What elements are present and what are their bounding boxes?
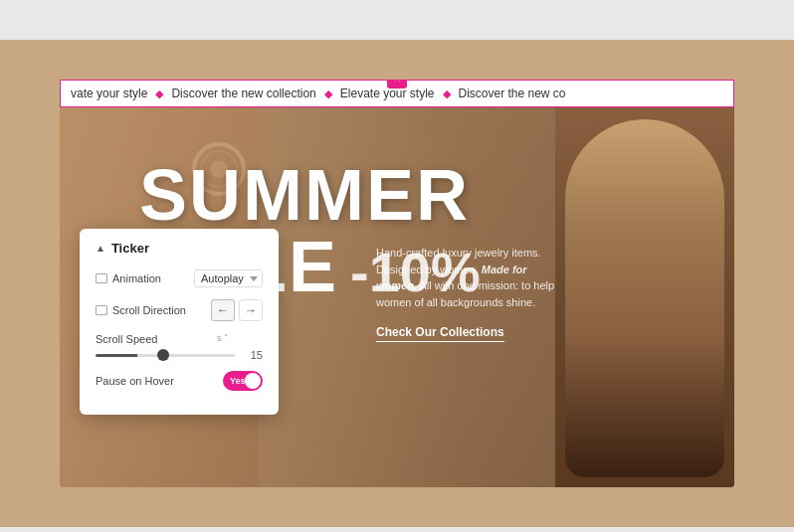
toggle-yes-label: Yes [230,376,246,386]
scroll-direction-label: Scroll Direction [96,304,186,316]
toggle-switch[interactable]: Yes [223,371,263,391]
animation-row: Animation Autoplay Manual None [96,269,263,287]
ticker-text-3: Elevate your style [340,87,435,100]
scroll-speed-label-row: Scroll Speed s ˅ [96,333,263,345]
check-collections-button[interactable]: Check Our Collections [376,325,504,342]
hero-description: Hand-crafted luxury jewelry items. Desig… [376,245,555,310]
toggle-slider: Yes [223,371,263,391]
scroll-right-button[interactable]: → [239,299,263,321]
direction-buttons: ← → [211,299,263,321]
speed-unit: s ˅ [217,333,229,343]
ticker-text-1: vate your style [71,87,147,100]
panel-title: Ticker [111,241,149,256]
ticker-close-button[interactable]: × [387,80,407,89]
scroll-speed-slider[interactable] [96,354,235,357]
panel-chevron-icon: ▲ [96,243,105,254]
scroll-direction-row: Scroll Direction ← → [96,299,263,321]
hero-title-summer: SUMMER [139,159,481,231]
hero-desc-area: Hand-crafted luxury jewelry items. Desig… [376,245,555,342]
ticker-diamond-3: ◆ [443,88,451,100]
ticker-text-4: Discover the new co [459,87,566,100]
speed-controls: 15 [96,349,263,361]
settings-panel: ▲ Ticker Animation Autoplay Manual None … [80,229,279,415]
pause-hover-toggle[interactable]: Yes [223,371,263,391]
scroll-speed-value: 15 [243,349,263,361]
animation-select[interactable]: Autoplay Manual None [194,269,263,287]
panel-header: ▲ Ticker [96,241,263,256]
ticker-diamond-2: ◆ [324,88,332,100]
model-silhouette [565,119,724,477]
scroll-speed-label: Scroll Speed [96,333,157,345]
scroll-speed-section: Scroll Speed s ˅ 15 [96,333,263,361]
ticker-diamond-1: ◆ [155,88,163,100]
pause-hover-label: Pause on Hover [96,375,174,387]
ticker-content: vate your style ◆ Discover the new colle… [61,87,576,100]
hero-model-image [555,99,734,487]
ticker-bar: × vate your style ◆ Discover the new col… [60,80,734,107]
animation-icon [96,273,107,283]
pause-hover-row: Pause on Hover Yes [96,371,263,391]
animation-label: Animation [96,272,161,284]
ticker-text-2: Discover the new collection [171,87,315,100]
scroll-left-button[interactable]: ← [211,299,235,321]
scroll-direction-icon [96,305,107,315]
